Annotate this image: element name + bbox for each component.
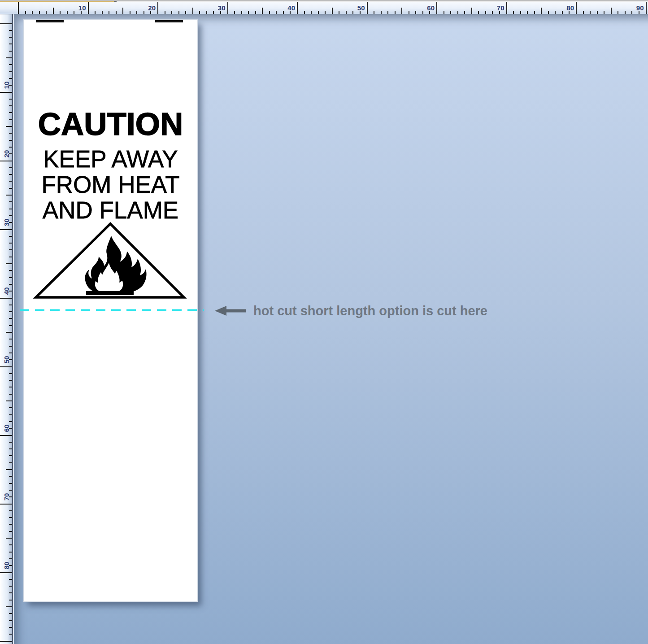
ruler-tick bbox=[6, 332, 12, 333]
ruler-tick bbox=[9, 600, 12, 600]
ruler-tick bbox=[130, 11, 130, 14]
ruler-tick bbox=[548, 11, 549, 14]
ruler-tick bbox=[9, 249, 12, 250]
ruler-tick bbox=[9, 325, 12, 326]
ruler-tick bbox=[9, 99, 12, 100]
ruler-tick bbox=[534, 11, 535, 14]
ruler-tick bbox=[9, 133, 12, 134]
ruler-tick bbox=[9, 201, 12, 202]
ruler-tick bbox=[9, 346, 12, 347]
ruler-tick bbox=[0, 298, 12, 299]
ruler-tick bbox=[9, 305, 12, 305]
ruler-number: 50 bbox=[1, 353, 12, 366]
ruler-tick bbox=[374, 11, 374, 14]
horizontal-ruler[interactable]: 102030405060708090 bbox=[0, 2, 648, 14]
ruler-tick bbox=[6, 126, 12, 127]
ruler-tick bbox=[9, 483, 12, 484]
ruler-tick bbox=[409, 11, 409, 14]
ruler-tick bbox=[46, 11, 47, 14]
ruler-tick bbox=[332, 8, 333, 14]
ruler-number: 40 bbox=[276, 4, 295, 12]
ruler-tick bbox=[9, 380, 12, 381]
ruler-number: 40 bbox=[1, 284, 12, 297]
ruler-tick bbox=[32, 11, 33, 14]
ruler-tick bbox=[9, 167, 12, 168]
ruler-tick bbox=[60, 11, 61, 14]
ruler-tick bbox=[9, 414, 12, 415]
ruler-tick bbox=[0, 92, 12, 93]
ruler-number: 80 bbox=[1, 559, 12, 572]
ruler-tick bbox=[0, 504, 12, 505]
ruler-tick bbox=[192, 8, 193, 14]
ruler-tick bbox=[53, 8, 54, 14]
design-canvas[interactable]: CAUTION KEEP AWAY FROM HEAT AND FLAME ho… bbox=[14, 14, 648, 644]
ruler-tick bbox=[241, 11, 242, 14]
ruler-tick bbox=[304, 11, 305, 14]
ruler-tick bbox=[9, 510, 12, 511]
ruler-tick bbox=[9, 476, 12, 477]
ruler-tick bbox=[9, 30, 12, 31]
ruler-number: 60 bbox=[1, 422, 12, 435]
sensor-mark-right bbox=[155, 20, 183, 22]
ruler-tick bbox=[646, 2, 647, 14]
ruler-tick bbox=[157, 2, 158, 14]
ruler-tick bbox=[6, 400, 12, 401]
cut-line-annotation: hot cut short length option is cut here bbox=[253, 303, 487, 318]
label-title-text: CAUTION bbox=[24, 108, 197, 140]
ruler-tick bbox=[25, 11, 26, 14]
ruler-tick bbox=[9, 51, 12, 52]
ruler-tick bbox=[9, 544, 12, 545]
ruler-tick bbox=[9, 448, 12, 449]
ruler-tick bbox=[9, 37, 12, 38]
ruler-tick bbox=[39, 11, 40, 14]
ruler-tick bbox=[109, 11, 109, 14]
ruler-tick bbox=[9, 318, 12, 319]
label-design-preview-window: 102030405060708090 1020304050607080 CAUT… bbox=[0, 0, 648, 644]
ruler-tick bbox=[541, 8, 542, 14]
ruler-tick bbox=[9, 517, 12, 518]
ruler-tick bbox=[9, 373, 12, 374]
ruler-tick bbox=[478, 11, 479, 14]
left-arrow-icon bbox=[214, 305, 246, 317]
ruler-tick bbox=[9, 105, 12, 106]
ruler-tick bbox=[0, 366, 12, 367]
ruler-tick bbox=[387, 11, 388, 14]
ruler-tick bbox=[6, 57, 12, 58]
ruler-tick bbox=[597, 11, 598, 14]
ruler-tick bbox=[9, 209, 12, 209]
ruler-tick bbox=[297, 2, 298, 14]
ruler-number: 50 bbox=[346, 4, 365, 12]
ruler-tick bbox=[88, 2, 89, 14]
ruler-tick bbox=[381, 11, 382, 14]
vertical-ruler[interactable]: 1020304050607080 bbox=[0, 14, 13, 644]
ruler-tick bbox=[9, 257, 12, 257]
ruler-tick bbox=[471, 8, 472, 14]
ruler-tick bbox=[171, 11, 172, 14]
ruler-tick bbox=[255, 11, 256, 14]
ruler-number: 30 bbox=[1, 216, 12, 229]
ruler-tick bbox=[9, 270, 12, 271]
ruler-tick bbox=[9, 140, 12, 141]
ruler-tick bbox=[9, 243, 12, 244]
ruler-tick bbox=[576, 2, 577, 14]
ruler-tick bbox=[9, 64, 12, 65]
sensor-mark-left bbox=[36, 20, 64, 22]
ruler-tick bbox=[6, 195, 12, 196]
warning-line-1: KEEP AWAY bbox=[24, 146, 197, 172]
ruler-tick bbox=[262, 8, 263, 14]
ruler-tick bbox=[457, 11, 458, 14]
ruler-tick bbox=[590, 11, 591, 14]
ruler-tick bbox=[9, 620, 12, 621]
ruler-number: 20 bbox=[1, 147, 12, 160]
ruler-tick bbox=[9, 394, 12, 395]
ruler-tick bbox=[248, 11, 249, 14]
ruler-tick bbox=[185, 11, 186, 14]
ruler-tick bbox=[9, 119, 12, 120]
ruler-tick bbox=[9, 407, 12, 408]
ruler-tick bbox=[527, 11, 528, 14]
ruler-tick bbox=[116, 11, 117, 14]
ruler-tick bbox=[450, 11, 451, 14]
ruler-tick bbox=[9, 579, 12, 580]
ruler-tick bbox=[0, 229, 12, 230]
ruler-tick bbox=[9, 387, 12, 387]
